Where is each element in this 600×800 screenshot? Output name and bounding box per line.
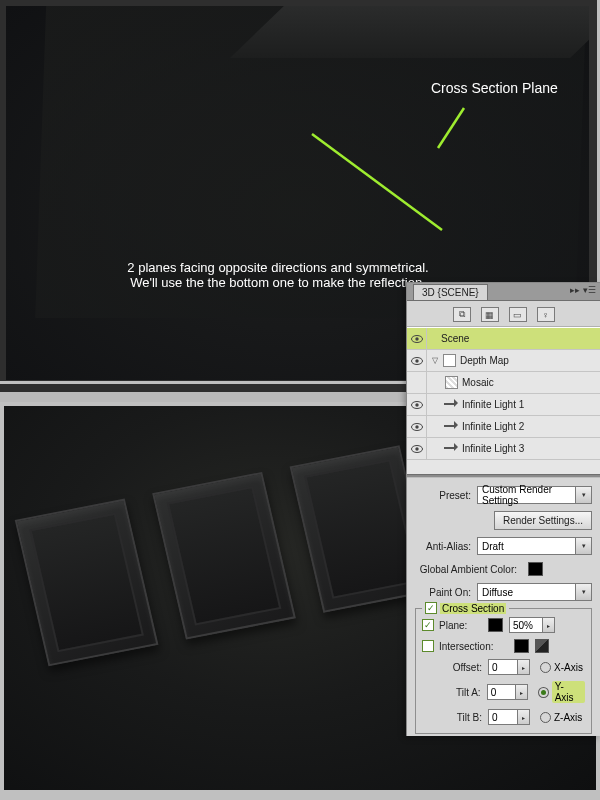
x-axis-label: X-Axis: [554, 662, 583, 673]
anti-alias-value: Draft: [482, 541, 504, 552]
caption: 2 planes facing opposite directions and …: [118, 260, 438, 290]
cross-section-checkbox[interactable]: ✓: [425, 602, 437, 614]
chevron-down-icon: ▾: [575, 487, 591, 503]
svg-point-5: [415, 403, 418, 406]
tree-scene-row[interactable]: Scene: [407, 328, 600, 350]
intersection-label: Intersection:: [439, 641, 503, 652]
tiltA-label: Tilt A:: [422, 687, 481, 698]
panel-menu-icon[interactable]: ▸▸ ▾☰: [570, 285, 596, 295]
light3-label: Infinite Light 3: [462, 443, 524, 454]
paint-on-value: Diffuse: [482, 587, 513, 598]
visibility-toggle[interactable]: [407, 438, 427, 460]
visibility-toggle[interactable]: [407, 394, 427, 416]
tree-scene-label: Scene: [441, 333, 469, 344]
plane-label: Plane:: [439, 620, 477, 631]
preset-select[interactable]: Custom Render Settings ▾: [477, 486, 592, 504]
tree-light1-row[interactable]: Infinite Light 1: [407, 394, 600, 416]
tiltB-label: Tilt B:: [422, 712, 482, 723]
cross-section-label: Cross Section: [440, 603, 506, 614]
3d-scene-panel: 3D {SCENE} ▸▸ ▾☰ ⧉ ▦ ▭ ♀ Scene ▽ Depth M…: [406, 282, 600, 736]
stepper-icon[interactable]: ▸: [518, 659, 530, 675]
stepper-icon[interactable]: ▸: [543, 617, 555, 633]
svg-point-3: [415, 359, 418, 362]
mosaic-label: Mosaic: [462, 377, 494, 388]
tree-light2-row[interactable]: Infinite Light 2: [407, 416, 600, 438]
expand-toggle[interactable]: ▽: [427, 356, 441, 365]
tree-blank: [407, 460, 600, 474]
plane-opacity-input[interactable]: 50%: [509, 617, 543, 633]
caption-line2: We'll use the the bottom one to make the…: [130, 275, 426, 290]
svg-point-9: [415, 447, 418, 450]
tiltA-input[interactable]: 0: [487, 684, 517, 700]
paint-on-select[interactable]: Diffuse ▾: [477, 583, 592, 601]
svg-point-7: [415, 425, 418, 428]
tab-label: 3D {SCENE}: [413, 284, 488, 300]
rendered-text-3d: [15, 440, 461, 668]
filter-light-icon[interactable]: ♀: [537, 307, 555, 322]
material-swatch: [445, 376, 458, 389]
paint-on-label: Paint On:: [415, 587, 471, 598]
anti-alias-label: Anti-Alias:: [415, 541, 471, 552]
tree-mosaic-row[interactable]: Mosaic: [407, 372, 600, 394]
plane-swatch[interactable]: [488, 618, 503, 632]
light-icon: [444, 443, 457, 454]
tree-depthmap-row[interactable]: ▽ Depth Map: [407, 350, 600, 372]
plane-checkbox[interactable]: ✓: [422, 619, 434, 631]
flip-icon[interactable]: [535, 639, 549, 653]
filter-material-icon[interactable]: ▭: [509, 307, 527, 322]
preset-value: Custom Render Settings: [482, 484, 587, 506]
tiltB-input[interactable]: 0: [488, 709, 518, 725]
stepper-icon[interactable]: ▸: [518, 709, 530, 725]
anti-alias-select[interactable]: Draft ▾: [477, 537, 592, 555]
panel-tab[interactable]: 3D {SCENE} ▸▸ ▾☰: [407, 283, 600, 301]
visibility-toggle[interactable]: [407, 328, 427, 350]
render-settings-button[interactable]: Render Settings...: [494, 511, 592, 530]
svg-point-1: [415, 337, 418, 340]
stepper-icon[interactable]: ▸: [516, 684, 528, 700]
preset-label: Preset:: [415, 490, 471, 501]
filter-mesh-icon[interactable]: ▦: [481, 307, 499, 322]
intersection-swatch[interactable]: [514, 639, 529, 653]
intersection-checkbox[interactable]: ✓: [422, 640, 434, 652]
visibility-toggle[interactable]: [407, 416, 427, 438]
offset-input[interactable]: 0: [488, 659, 518, 675]
depthmap-label: Depth Map: [460, 355, 509, 366]
gac-label: Global Ambient Color:: [415, 564, 517, 575]
offset-label: Offset:: [422, 662, 482, 673]
caption-line1: 2 planes facing opposite directions and …: [127, 260, 428, 275]
light2-label: Infinite Light 2: [462, 421, 524, 432]
cross-section-label: Cross Section Plane: [431, 80, 558, 96]
z-axis-label: Z-Axis: [554, 712, 582, 723]
cross-section-fieldset: ✓ Cross Section ✓ Plane: 50% ▸ ✓ Interse…: [415, 608, 592, 734]
panel-toolbar: ⧉ ▦ ▭ ♀: [407, 301, 600, 327]
light-icon: [444, 421, 457, 432]
mesh-icon: [443, 354, 456, 367]
tree-light3-row[interactable]: Infinite Light 3: [407, 438, 600, 460]
scene-tree: Scene ▽ Depth Map Mosaic Infinite Light …: [407, 327, 600, 474]
x-axis-radio[interactable]: [540, 662, 551, 673]
y-axis-label: Y-Axis: [552, 681, 585, 703]
filter-scene-icon[interactable]: ⧉: [453, 307, 471, 322]
light1-label: Infinite Light 1: [462, 399, 524, 410]
visibility-toggle[interactable]: [407, 350, 427, 372]
gac-swatch[interactable]: [528, 562, 543, 576]
visibility-col: [407, 372, 427, 394]
cube-top-face: [230, 6, 589, 58]
render-settings-section: Preset: Custom Render Settings ▾ Render …: [407, 478, 600, 736]
chevron-down-icon: ▾: [575, 538, 591, 554]
light-icon: [444, 399, 457, 410]
cross-section-legend: ✓ Cross Section: [422, 602, 509, 614]
chevron-down-icon: ▾: [575, 584, 591, 600]
y-axis-radio[interactable]: [538, 687, 549, 698]
z-axis-radio[interactable]: [540, 712, 551, 723]
